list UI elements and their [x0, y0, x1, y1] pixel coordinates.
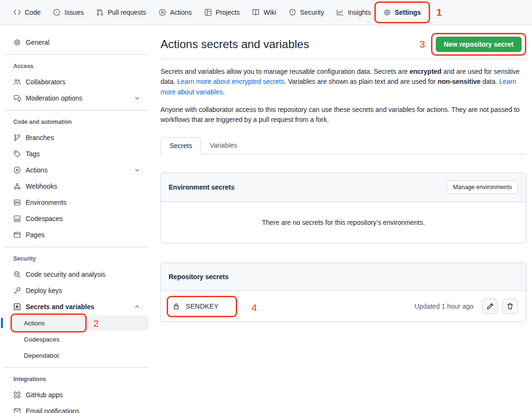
sidebar-item-label: GitHub apps — [26, 391, 63, 399]
webhook-icon — [13, 182, 21, 190]
secret-row: SENDKEY 4 Updated 1 hour ago — [161, 291, 526, 322]
sidebar-item-collaborators[interactable]: Collaborators — [0, 74, 149, 90]
encrypted-secrets-link[interactable]: Learn more about encrypted secrets — [177, 78, 284, 85]
sidebar-item-label: Moderation options — [26, 94, 82, 102]
sidebar-item-secrets-and-variables[interactable]: Secrets and variables — [0, 299, 149, 314]
server-icon — [13, 199, 21, 206]
sidebar-item-label: Branches — [26, 134, 54, 141]
sidebar-item-label: Codespaces — [26, 215, 63, 222]
repo-nav: Code Issues Pull requests Actions Projec… — [0, 0, 532, 25]
people-icon — [13, 78, 21, 86]
annotation-number-3: 3 — [420, 39, 425, 49]
codespaces-icon — [13, 215, 21, 222]
nav-tab-label: Issues — [64, 9, 83, 16]
book-icon — [252, 9, 260, 16]
sidebar-item-label: Actions — [26, 166, 48, 174]
active-tab-underline — [382, 22, 422, 23]
text: . — [223, 88, 225, 96]
environment-secrets-box: Environment secrets Manage environments … — [161, 172, 526, 243]
sidebar-subitem-label: Codespaces — [24, 336, 60, 343]
repository-secrets-box: Repository secrets SENDKEY 4 Updated 1 h… — [161, 262, 526, 322]
nav-tab-label: Actions — [170, 9, 192, 16]
nav-tab-actions[interactable]: Actions — [155, 6, 196, 19]
sidebar-item-environments[interactable]: Environments — [0, 195, 149, 210]
chevron-down-icon — [133, 94, 141, 102]
comment-discussion-icon — [13, 94, 21, 102]
nav-tab-projects[interactable]: Projects — [201, 6, 244, 19]
nav-tab-code[interactable]: Code — [10, 6, 44, 19]
text-bold: encrypted — [410, 68, 442, 75]
sidebar-item-email-notifications[interactable]: Email notifications — [0, 403, 149, 413]
shield-icon — [289, 9, 296, 16]
tab-variables[interactable]: Variables — [201, 137, 245, 154]
sidebar-subitem-codespaces[interactable]: Codespaces — [0, 332, 149, 347]
sidebar-item-tags[interactable]: Tags — [0, 146, 149, 161]
divider — [4, 54, 149, 55]
annotation-number-2: 2 — [93, 318, 99, 328]
edit-secret-button[interactable] — [482, 299, 498, 314]
environment-secrets-title: Environment secrets — [169, 183, 235, 191]
sidebar-item-label: Webhooks — [26, 182, 57, 190]
sidebar-item-moderation-options[interactable]: Moderation options — [0, 91, 149, 106]
nav-tab-issues[interactable]: Issues — [49, 6, 87, 19]
tag-icon — [13, 150, 21, 158]
sidebar-item-label: Collaborators — [26, 78, 65, 86]
annotation-number-1: 1 — [436, 7, 442, 17]
environment-secrets-empty-message: There are no secrets for this repository… — [161, 202, 526, 243]
sidebar-item-label: Deploy keys — [26, 287, 62, 294]
sidebar-section-security: Security — [0, 252, 152, 266]
sidebar-item-webhooks[interactable]: Webhooks — [0, 179, 149, 194]
nav-tab-settings[interactable]: Settings 1 — [380, 6, 425, 19]
sidebar-section-integrations: Integrations — [0, 372, 152, 386]
code-scan-icon — [13, 271, 21, 278]
play-circle-icon — [159, 9, 166, 16]
text-bold: non-sensitive — [438, 78, 481, 85]
divider — [4, 110, 149, 111]
sidebar-item-label: Environments — [26, 199, 67, 206]
sidebar-subitem-dependabot[interactable]: Dependabot — [0, 348, 149, 363]
sidebar-item-branches[interactable]: Branches — [0, 130, 149, 145]
nav-tab-pull-requests[interactable]: Pull requests — [92, 6, 150, 19]
active-item-accent-bar — [1, 318, 3, 328]
new-repository-secret-button[interactable]: New repository secret — [436, 37, 522, 52]
annotation-box-2 — [10, 313, 87, 332]
gear-icon — [13, 39, 21, 46]
sidebar-item-code-security[interactable]: Code security and analysis — [0, 267, 149, 282]
sidebar-subitem-actions[interactable]: Actions 2 — [10, 315, 149, 331]
tab-secrets[interactable]: Secrets — [161, 137, 201, 154]
nav-tab-security[interactable]: Security — [285, 6, 328, 19]
nav-tab-label: Pull requests — [108, 9, 146, 16]
sidebar-item-label: Email notifications — [26, 407, 80, 413]
nav-tab-wiki[interactable]: Wiki — [248, 6, 280, 19]
page-title: Actions secrets and variables — [161, 38, 309, 51]
code-icon — [13, 9, 21, 16]
sidebar-item-label: General — [26, 39, 50, 46]
sidebar-item-label: Secrets and variables — [26, 303, 94, 311]
gear-icon — [383, 9, 391, 16]
delete-secret-button[interactable] — [502, 299, 518, 314]
sidebar-item-general[interactable]: General — [0, 35, 149, 50]
nav-tab-label: Code — [25, 9, 40, 16]
sidebar-item-github-apps[interactable]: GitHub apps — [0, 387, 149, 403]
key-icon — [13, 287, 21, 294]
table-icon — [204, 9, 212, 16]
sidebar-section-access: Access — [0, 59, 152, 73]
text: data. — [481, 78, 499, 85]
issue-opened-icon — [53, 9, 60, 16]
nav-tab-insights[interactable]: Insights — [332, 6, 374, 19]
mail-icon — [13, 407, 21, 413]
graph-icon — [336, 9, 344, 16]
intro-paragraph-2: Anyone with collaborator access to this … — [161, 105, 526, 125]
manage-environments-button[interactable]: Manage environments — [447, 181, 518, 194]
trash-icon — [506, 302, 514, 310]
intro-paragraph-1: Secrets and variables allow you to manag… — [161, 67, 526, 97]
sidebar-item-pages[interactable]: Pages — [0, 227, 149, 242]
sidebar-item-codespaces[interactable]: Codespaces — [0, 211, 149, 226]
secret-updated-timestamp: Updated 1 hour ago — [414, 302, 473, 310]
divider — [4, 247, 149, 247]
main-content: Actions secrets and variables New reposi… — [152, 25, 532, 322]
sidebar-item-actions[interactable]: Actions — [0, 162, 149, 178]
sidebar-item-deploy-keys[interactable]: Deploy keys — [0, 283, 149, 298]
text: Secrets and variables allow you to manag… — [161, 68, 410, 75]
sidebar-section-code-automation: Code and automation — [0, 115, 152, 129]
